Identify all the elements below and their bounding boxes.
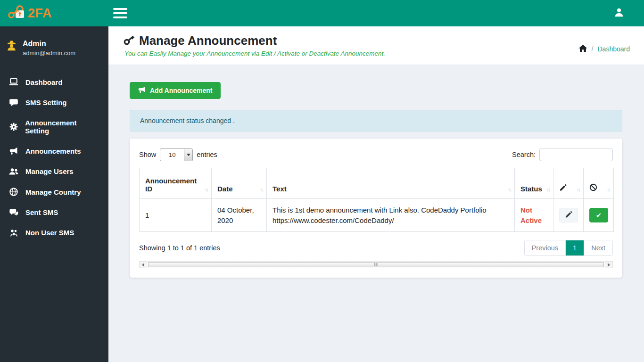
sort-icon[interactable]: ↑↓ xyxy=(205,187,208,192)
topbar: 2FA xyxy=(0,0,644,26)
cell-date: 04 October, 2020 xyxy=(212,199,267,232)
pencil-icon xyxy=(559,185,567,193)
sidebar-item-label: Manage Country xyxy=(25,188,81,196)
brand[interactable]: 2FA xyxy=(0,0,108,26)
sidebar-item-manage-country[interactable]: Manage Country xyxy=(0,181,108,202)
activate-button[interactable]: ✔ xyxy=(589,208,608,222)
sidebar-item-label: Announcement Setting xyxy=(25,119,100,135)
scrollbar-thumb[interactable] xyxy=(148,262,604,267)
user-icon[interactable] xyxy=(614,8,624,19)
sidebar-nav: Dashboard SMS Setting xyxy=(0,72,108,243)
cell-status: Not Active xyxy=(515,199,553,232)
table-row: 1 04 October, 2020 This is 1st demo anno… xyxy=(140,199,614,232)
page-title: Manage Announcement xyxy=(139,33,277,48)
sidebar-item-label: Announcements xyxy=(25,147,81,155)
header-text[interactable]: Text ↑↓ xyxy=(267,168,515,199)
cell-announcement-id: 1 xyxy=(140,199,212,232)
breadcrumb-link-dashboard[interactable]: Dashboard xyxy=(598,45,630,53)
search-label: Search: xyxy=(512,151,536,158)
add-announcement-label: Add Announcement xyxy=(150,87,212,94)
user-secret-icon xyxy=(6,40,17,53)
lock-key-logo-icon xyxy=(8,4,25,22)
main-area: Manage Announcement You can Easily Manag… xyxy=(108,0,644,278)
header-status[interactable]: Status ↑↓ xyxy=(515,168,553,199)
search-input[interactable] xyxy=(539,148,613,161)
sidebar-item-label: Manage Users xyxy=(25,167,74,175)
page-length-select[interactable]: 10 xyxy=(160,148,193,161)
page-length-value: 10 xyxy=(160,149,184,161)
edit-button[interactable] xyxy=(559,208,578,222)
breadcrumb-separator: / xyxy=(592,45,594,53)
chevron-down-icon xyxy=(184,149,192,161)
sort-icon[interactable]: ↑↓ xyxy=(546,187,550,192)
user-group-icon xyxy=(8,229,19,237)
announcements-table: Announcement ID ↑↓ Date ↑↓ Text ↑↓ Sta xyxy=(139,168,614,232)
pagination-previous[interactable]: Previous xyxy=(525,240,565,255)
table-header-row: Announcement ID ↑↓ Date ↑↓ Text ↑↓ Sta xyxy=(140,168,614,199)
page-header: Manage Announcement You can Easily Manag… xyxy=(108,26,644,65)
sidebar-item-announcements[interactable]: Announcements xyxy=(0,141,108,161)
scroll-right-arrow-icon[interactable] xyxy=(605,262,612,268)
comments-icon xyxy=(8,209,19,216)
sidebar-user-name: Admin xyxy=(23,40,75,48)
sidebar-item-sent-sms[interactable]: Sent SMS xyxy=(0,202,108,222)
gear-icon xyxy=(8,123,18,131)
globe-icon xyxy=(8,188,19,196)
header-edit[interactable]: ↑↓ xyxy=(553,168,584,199)
sidebar-item-label: SMS Setting xyxy=(25,99,67,107)
horizontal-scrollbar[interactable] xyxy=(139,261,613,268)
header-deactivate[interactable]: ↑↓ xyxy=(584,168,614,199)
scrollbar-grip-icon xyxy=(374,263,378,266)
add-announcement-button[interactable]: Add Announcement xyxy=(130,82,221,99)
users-icon xyxy=(8,168,19,175)
breadcrumb: / Dashboard xyxy=(578,41,630,57)
alert-message: Announcement status changed . xyxy=(140,117,235,124)
bullhorn-icon xyxy=(138,86,146,95)
entries-label: entries xyxy=(197,151,217,158)
header-date[interactable]: Date ↑↓ xyxy=(212,168,267,199)
table-card: Show 10 entries Search: xyxy=(130,139,622,278)
table-info: Showing 1 to 1 of 1 entries xyxy=(139,244,220,252)
sort-icon[interactable]: ↑↓ xyxy=(508,187,511,192)
cell-edit xyxy=(553,199,584,232)
header-announcement-id[interactable]: Announcement ID ↑↓ xyxy=(140,168,212,199)
sidebar-item-label: Dashboard xyxy=(25,78,62,86)
status-alert: Announcement status changed . xyxy=(130,110,622,132)
sidebar-item-non-user-sms[interactable]: Non User SMS xyxy=(0,222,108,243)
sort-icon[interactable]: ↑↓ xyxy=(260,187,263,192)
sidebar-user-panel: Admin admin@admin.com xyxy=(0,26,108,60)
sidebar-item-announcement-setting[interactable]: Announcement Setting xyxy=(0,113,108,141)
key-icon xyxy=(124,35,135,47)
sidebar-item-label: Sent SMS xyxy=(25,208,58,216)
sidebar-user-email: admin@admin.com xyxy=(23,49,75,57)
brand-name: 2FA xyxy=(28,6,52,21)
pencil-icon xyxy=(565,211,572,220)
pagination: Previous 1 Next xyxy=(524,240,613,256)
cell-activate: ✔ xyxy=(584,199,614,232)
ban-icon xyxy=(589,185,597,193)
page-subtitle: You can Easily Manage your Announcement … xyxy=(124,50,385,57)
home-icon[interactable] xyxy=(578,44,587,54)
show-label: Show xyxy=(139,151,156,158)
laptop-icon xyxy=(8,78,19,86)
pagination-page-1[interactable]: 1 xyxy=(565,240,584,255)
sort-icon[interactable]: ↑↓ xyxy=(577,187,580,192)
scroll-left-arrow-icon[interactable] xyxy=(140,262,147,268)
bullhorn-icon xyxy=(8,147,19,155)
sidebar-item-manage-users[interactable]: Manage Users xyxy=(0,161,108,181)
sidebar: Admin admin@admin.com Dashboard SMS Sett… xyxy=(0,26,108,362)
cell-text: This is 1st demo announcement with Link … xyxy=(267,199,515,232)
sort-icon[interactable]: ↑↓ xyxy=(607,187,610,192)
check-icon: ✔ xyxy=(596,211,602,220)
sidebar-item-label: Non User SMS xyxy=(25,229,74,237)
sidebar-item-sms-setting[interactable]: SMS Setting xyxy=(0,92,108,113)
comment-icon xyxy=(8,99,19,107)
pagination-next[interactable]: Next xyxy=(584,240,612,255)
content: Add Announcement Announcement status cha… xyxy=(108,65,644,278)
hamburger-menu-icon[interactable] xyxy=(113,6,127,21)
sidebar-item-dashboard[interactable]: Dashboard xyxy=(0,72,108,92)
